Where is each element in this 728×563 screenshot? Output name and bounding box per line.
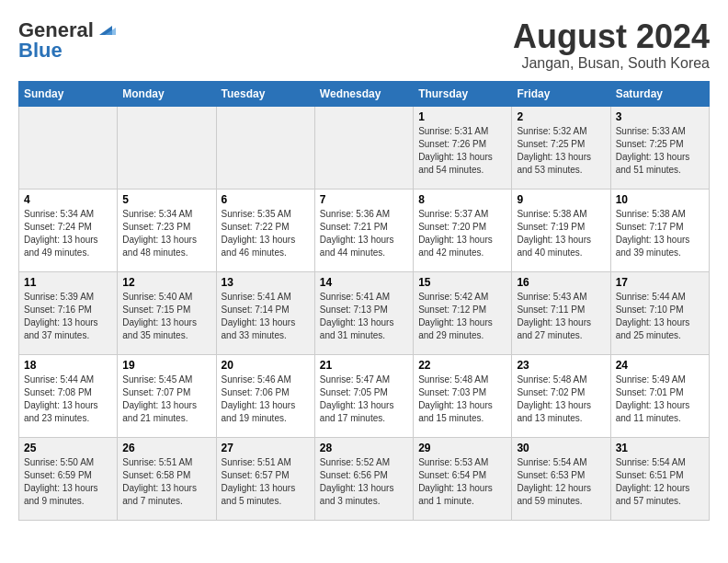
day-info: Sunrise: 5:33 AM Sunset: 7:25 PM Dayligh… <box>616 125 704 177</box>
calendar-cell: 16Sunrise: 5:43 AM Sunset: 7:11 PM Dayli… <box>512 271 610 354</box>
day-number: 17 <box>616 276 704 289</box>
day-info: Sunrise: 5:38 AM Sunset: 7:19 PM Dayligh… <box>517 208 605 259</box>
calendar-cell: 14Sunrise: 5:41 AM Sunset: 7:13 PM Dayli… <box>314 271 413 354</box>
day-info: Sunrise: 5:48 AM Sunset: 7:02 PM Dayligh… <box>517 373 605 425</box>
calendar-cell: 7Sunrise: 5:36 AM Sunset: 7:21 PM Daylig… <box>314 189 413 271</box>
calendar-cell: 12Sunrise: 5:40 AM Sunset: 7:15 PM Dayli… <box>118 271 216 354</box>
day-info: Sunrise: 5:34 AM Sunset: 7:23 PM Dayligh… <box>122 208 210 259</box>
day-number: 6 <box>222 193 310 206</box>
day-number: 19 <box>122 359 210 372</box>
day-info: Sunrise: 5:51 AM Sunset: 6:58 PM Dayligh… <box>122 456 210 508</box>
location: Jangan, Busan, South Korea <box>513 55 710 72</box>
calendar-cell <box>19 106 118 189</box>
day-info: Sunrise: 5:53 AM Sunset: 6:54 PM Dayligh… <box>418 456 506 508</box>
day-number: 2 <box>517 110 605 123</box>
logo: General Blue <box>18 18 116 63</box>
day-number: 12 <box>122 276 210 289</box>
day-number: 4 <box>24 193 112 206</box>
day-info: Sunrise: 5:44 AM Sunset: 7:10 PM Dayligh… <box>616 291 704 342</box>
week-row-3: 11Sunrise: 5:39 AM Sunset: 7:16 PM Dayli… <box>19 271 710 354</box>
logo-icon <box>96 18 116 39</box>
day-number: 13 <box>222 276 310 289</box>
day-number: 16 <box>517 276 605 289</box>
day-number: 23 <box>517 359 605 372</box>
day-info: Sunrise: 5:52 AM Sunset: 6:56 PM Dayligh… <box>320 456 408 508</box>
day-number: 21 <box>320 359 408 372</box>
day-number: 7 <box>320 193 408 206</box>
title-block: August 2024 Jangan, Busan, South Korea <box>513 18 710 72</box>
day-info: Sunrise: 5:54 AM Sunset: 6:53 PM Dayligh… <box>517 456 605 508</box>
month-title: August 2024 <box>513 18 710 55</box>
header-row: SundayMondayTuesdayWednesdayThursdayFrid… <box>19 81 710 106</box>
calendar-cell: 5Sunrise: 5:34 AM Sunset: 7:23 PM Daylig… <box>118 189 216 271</box>
day-number: 28 <box>320 442 408 454</box>
calendar-cell <box>314 106 413 189</box>
calendar-cell: 19Sunrise: 5:45 AM Sunset: 7:07 PM Dayli… <box>118 354 216 437</box>
calendar-cell: 21Sunrise: 5:47 AM Sunset: 7:05 PM Dayli… <box>314 354 413 437</box>
calendar-cell: 6Sunrise: 5:35 AM Sunset: 7:22 PM Daylig… <box>216 189 314 271</box>
week-row-1: 1Sunrise: 5:31 AM Sunset: 7:26 PM Daylig… <box>19 106 710 189</box>
header-day-sunday: Sunday <box>19 81 118 106</box>
day-number: 14 <box>320 276 408 289</box>
week-row-5: 25Sunrise: 5:50 AM Sunset: 6:59 PM Dayli… <box>19 437 710 520</box>
calendar-cell: 23Sunrise: 5:48 AM Sunset: 7:02 PM Dayli… <box>512 354 610 437</box>
calendar-cell: 31Sunrise: 5:54 AM Sunset: 6:51 PM Dayli… <box>610 437 709 520</box>
header-day-friday: Friday <box>512 81 610 106</box>
day-number: 31 <box>616 442 704 454</box>
day-number: 15 <box>418 276 506 289</box>
day-info: Sunrise: 5:36 AM Sunset: 7:21 PM Dayligh… <box>320 208 408 259</box>
day-number: 5 <box>122 193 210 206</box>
day-info: Sunrise: 5:51 AM Sunset: 6:57 PM Dayligh… <box>222 456 310 508</box>
day-info: Sunrise: 5:46 AM Sunset: 7:06 PM Dayligh… <box>222 373 310 425</box>
header-day-wednesday: Wednesday <box>314 81 413 106</box>
calendar-cell: 28Sunrise: 5:52 AM Sunset: 6:56 PM Dayli… <box>314 437 413 520</box>
day-number: 18 <box>24 359 112 372</box>
day-info: Sunrise: 5:54 AM Sunset: 6:51 PM Dayligh… <box>616 456 704 508</box>
day-number: 30 <box>517 442 605 454</box>
header-day-monday: Monday <box>118 81 216 106</box>
day-info: Sunrise: 5:32 AM Sunset: 7:25 PM Dayligh… <box>517 125 605 177</box>
day-info: Sunrise: 5:34 AM Sunset: 7:24 PM Dayligh… <box>24 208 112 259</box>
calendar-cell: 10Sunrise: 5:38 AM Sunset: 7:17 PM Dayli… <box>610 189 709 271</box>
day-info: Sunrise: 5:39 AM Sunset: 7:16 PM Dayligh… <box>24 291 112 342</box>
page-header: General Blue August 2024 Jangan, Busan, … <box>18 18 710 72</box>
calendar-cell: 25Sunrise: 5:50 AM Sunset: 6:59 PM Dayli… <box>19 437 118 520</box>
day-info: Sunrise: 5:35 AM Sunset: 7:22 PM Dayligh… <box>222 208 310 259</box>
day-number: 10 <box>616 193 704 206</box>
day-info: Sunrise: 5:37 AM Sunset: 7:20 PM Dayligh… <box>418 208 506 259</box>
day-number: 26 <box>122 442 210 454</box>
day-number: 3 <box>616 110 704 123</box>
calendar-cell <box>118 106 216 189</box>
header-day-tuesday: Tuesday <box>216 81 314 106</box>
calendar-cell: 24Sunrise: 5:49 AM Sunset: 7:01 PM Dayli… <box>610 354 709 437</box>
day-info: Sunrise: 5:43 AM Sunset: 7:11 PM Dayligh… <box>517 291 605 342</box>
calendar-cell: 1Sunrise: 5:31 AM Sunset: 7:26 PM Daylig… <box>414 106 512 189</box>
day-number: 20 <box>222 359 310 372</box>
calendar-table: SundayMondayTuesdayWednesdayThursdayFrid… <box>18 81 710 521</box>
day-info: Sunrise: 5:41 AM Sunset: 7:14 PM Dayligh… <box>222 291 310 342</box>
day-number: 25 <box>24 442 112 454</box>
header-day-thursday: Thursday <box>414 81 512 106</box>
day-number: 27 <box>222 442 310 454</box>
calendar-cell: 27Sunrise: 5:51 AM Sunset: 6:57 PM Dayli… <box>216 437 314 520</box>
day-info: Sunrise: 5:38 AM Sunset: 7:17 PM Dayligh… <box>616 208 704 259</box>
calendar-cell: 9Sunrise: 5:38 AM Sunset: 7:19 PM Daylig… <box>512 189 610 271</box>
calendar-cell: 20Sunrise: 5:46 AM Sunset: 7:06 PM Dayli… <box>216 354 314 437</box>
day-info: Sunrise: 5:44 AM Sunset: 7:08 PM Dayligh… <box>24 373 112 425</box>
day-info: Sunrise: 5:45 AM Sunset: 7:07 PM Dayligh… <box>122 373 210 425</box>
day-info: Sunrise: 5:42 AM Sunset: 7:12 PM Dayligh… <box>418 291 506 342</box>
day-info: Sunrise: 5:40 AM Sunset: 7:15 PM Dayligh… <box>122 291 210 342</box>
day-number: 8 <box>418 193 506 206</box>
day-number: 22 <box>418 359 506 372</box>
day-number: 24 <box>616 359 704 372</box>
day-info: Sunrise: 5:31 AM Sunset: 7:26 PM Dayligh… <box>418 125 506 177</box>
calendar-cell: 2Sunrise: 5:32 AM Sunset: 7:25 PM Daylig… <box>512 106 610 189</box>
calendar-cell: 18Sunrise: 5:44 AM Sunset: 7:08 PM Dayli… <box>19 354 118 437</box>
calendar-cell: 15Sunrise: 5:42 AM Sunset: 7:12 PM Dayli… <box>414 271 512 354</box>
calendar-cell: 11Sunrise: 5:39 AM Sunset: 7:16 PM Dayli… <box>19 271 118 354</box>
day-number: 1 <box>418 110 506 123</box>
day-info: Sunrise: 5:47 AM Sunset: 7:05 PM Dayligh… <box>320 373 408 425</box>
calendar-cell: 17Sunrise: 5:44 AM Sunset: 7:10 PM Dayli… <box>610 271 709 354</box>
calendar-cell: 22Sunrise: 5:48 AM Sunset: 7:03 PM Dayli… <box>414 354 512 437</box>
calendar-header: SundayMondayTuesdayWednesdayThursdayFrid… <box>19 81 710 106</box>
